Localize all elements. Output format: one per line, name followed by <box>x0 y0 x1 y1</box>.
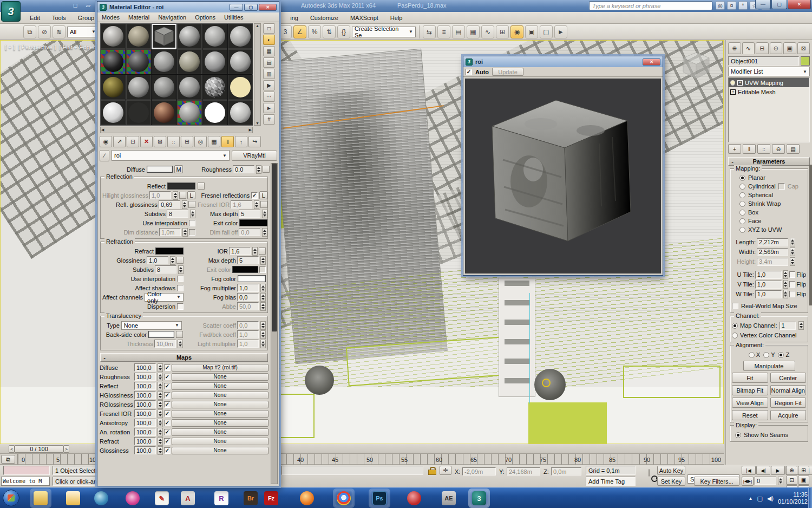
sample-slot-13[interactable] <box>101 75 126 100</box>
roughness-field[interactable]: 0,0 <box>233 165 254 173</box>
normal-align-button[interactable]: Normal Align <box>770 385 807 395</box>
render-icon[interactable]: ► <box>554 25 567 38</box>
w-tile-spinner[interactable] <box>783 290 788 298</box>
roi-auto-checkbox[interactable] <box>466 69 472 75</box>
mapping-radio-planar[interactable] <box>739 175 745 181</box>
new-file-icon[interactable]: □ <box>70 1 80 10</box>
sample-uv-tiling-icon[interactable]: ▤ <box>263 57 275 68</box>
translucency-type-dropdown[interactable]: None▼ <box>121 321 182 330</box>
map-amount-field[interactable]: 100,0 <box>134 437 156 445</box>
manipulate-button[interactable]: Manipulate <box>743 361 795 371</box>
map-amount-spinner[interactable] <box>158 373 163 381</box>
sample-slot-19[interactable] <box>101 100 126 125</box>
visibility-bulb-icon[interactable] <box>730 80 735 85</box>
modify-icon[interactable]: ∿ <box>742 42 755 54</box>
v-tile-field[interactable]: 1,0 <box>755 281 782 289</box>
length-field[interactable]: 2,212m <box>757 238 788 246</box>
taskbar-sketch-tool[interactable]: ✎ <box>153 490 171 506</box>
play-icon[interactable]: ▶ <box>771 466 785 475</box>
manage-layers-icon[interactable]: ▤ <box>452 25 465 38</box>
sample-slot-15[interactable] <box>152 75 176 100</box>
parameters-scrollbar[interactable] <box>271 163 278 484</box>
refraction-gloss-map-slot[interactable] <box>176 257 184 264</box>
back-side-map-slot[interactable] <box>176 331 183 338</box>
previous-frame-icon[interactable]: ◀| <box>756 466 770 475</box>
configure-modifier-sets-icon[interactable]: ▤ <box>787 144 800 154</box>
material-type-button[interactable]: VRayMtl <box>232 151 277 161</box>
sample-slot-24[interactable] <box>228 100 253 125</box>
zoom-all-icon[interactable]: ⊞ <box>798 466 809 475</box>
spinner-snap-icon[interactable]: ⇅ <box>323 25 336 38</box>
slots-vertical-scrollbar[interactable]: ▲▼ <box>254 23 261 126</box>
map-enable-checkbox[interactable] <box>164 364 171 371</box>
menu-customize[interactable]: Customize <box>304 12 344 24</box>
fog-bias-spinner[interactable] <box>260 293 266 302</box>
reflection-use-interpolation-checkbox[interactable] <box>189 220 195 226</box>
fog-multiplier-spinner[interactable] <box>260 284 266 292</box>
reflection-max-depth-spinner[interactable] <box>262 210 267 218</box>
mapping-radio-spherical[interactable] <box>739 192 745 198</box>
motion-icon[interactable]: ⊙ <box>770 42 783 54</box>
me-minimize-button[interactable]: — <box>230 4 243 11</box>
communication-center-icon[interactable]: * <box>738 1 748 10</box>
map-channel-field[interactable]: 1 <box>780 322 796 330</box>
hierarchy-icon[interactable]: ⊟ <box>756 42 769 54</box>
expand-icon[interactable]: + <box>737 80 743 86</box>
set-keys-button[interactable] <box>649 469 650 477</box>
sample-slot-22[interactable] <box>177 100 202 125</box>
map-slot-button[interactable]: None <box>172 401 269 408</box>
ior-field[interactable]: 1,6 <box>229 247 251 255</box>
sample-slot-17[interactable] <box>202 75 227 100</box>
minimize-button[interactable]: — <box>755 0 771 9</box>
sample-slot-6[interactable] <box>228 24 253 49</box>
map-amount-spinner[interactable] <box>158 409 163 418</box>
sample-slot-14[interactable] <box>126 75 151 100</box>
align-icon[interactable]: ≡ <box>437 25 450 38</box>
map-slot-button[interactable]: None <box>172 438 269 445</box>
fresnel-lock-button[interactable]: L <box>259 191 267 199</box>
sample-slot-21[interactable] <box>152 100 176 125</box>
dispersion-checkbox[interactable] <box>177 303 184 310</box>
taskbar-ccleaner[interactable] <box>405 490 423 506</box>
v-tile-spinner[interactable] <box>783 280 788 289</box>
modifier-list-dropdown[interactable]: Modifier List▼ <box>728 67 810 76</box>
sample-slot-4[interactable] <box>177 24 202 49</box>
cap-checkbox[interactable] <box>778 183 785 190</box>
mapping-radio-cylindrical[interactable] <box>739 184 745 190</box>
region-fit-button[interactable]: Region Fit <box>770 398 807 408</box>
refl-gloss-map-slot[interactable] <box>188 201 195 208</box>
center-button[interactable]: Center <box>770 373 807 383</box>
roi-update-button[interactable]: Update <box>492 68 523 76</box>
object-color-swatch[interactable] <box>801 56 810 66</box>
sample-slot-12[interactable] <box>228 49 253 74</box>
z-coordinate-field[interactable]: 0,0m <box>551 467 581 476</box>
object-name-field[interactable]: Object001 <box>728 56 799 66</box>
w-tile-field[interactable]: 1,0 <box>755 290 782 298</box>
zoom-icon[interactable]: ⊕ <box>786 466 797 475</box>
u-tile-spinner[interactable] <box>783 270 788 279</box>
show-map-in-viewport-icon[interactable]: ▦ <box>208 136 220 147</box>
edit-named-selections-icon[interactable]: {} <box>337 25 350 38</box>
y-coordinate-field[interactable]: 24,168m <box>507 467 540 476</box>
maps-rollout-header[interactable]: -Maps <box>100 353 268 362</box>
affect-shadows-checkbox[interactable] <box>177 285 184 291</box>
map-amount-field[interactable]: 100,0 <box>134 363 156 372</box>
map-enable-checkbox[interactable] <box>164 392 171 399</box>
remove-modifier-icon[interactable]: ⊖ <box>772 144 785 154</box>
video-color-check-icon[interactable]: ▥ <box>263 69 275 79</box>
go-forward-to-sibling-icon[interactable]: ↪ <box>248 136 261 147</box>
zoom-extents-icon[interactable]: ⊡ <box>786 476 797 485</box>
map-slot-button[interactable]: None <box>172 428 269 436</box>
taskbar-firefox[interactable] <box>298 490 316 506</box>
close-button[interactable]: ✕ <box>788 0 811 9</box>
make-unique-icon[interactable]: :: <box>757 144 770 154</box>
fog-color-swatch[interactable] <box>238 275 266 282</box>
taskbar-corel[interactable] <box>123 490 142 506</box>
sample-slot-23[interactable] <box>202 100 227 125</box>
viewport-menu-general[interactable]: [ + ] <box>5 44 15 50</box>
roi-titlebar[interactable]: 3 roi ✕ <box>463 56 663 67</box>
refract-color-swatch[interactable] <box>155 248 184 255</box>
sample-slot-5[interactable] <box>202 24 227 49</box>
dim-distance-checkbox[interactable] <box>189 229 195 236</box>
map-enable-checkbox[interactable] <box>164 401 171 408</box>
